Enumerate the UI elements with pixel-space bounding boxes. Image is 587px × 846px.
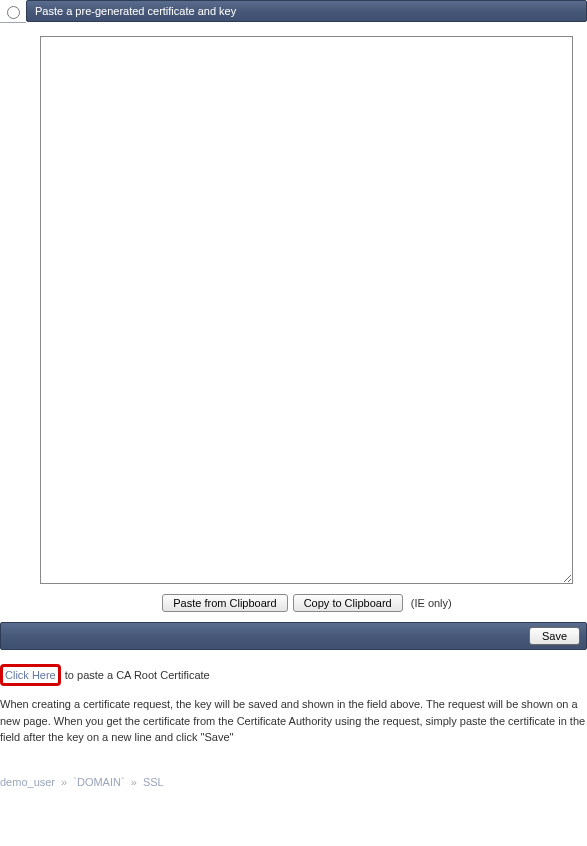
click-here-highlight: Click Here [0, 664, 61, 686]
breadcrumb-sep-2: » [131, 776, 137, 788]
copy-to-clipboard-button[interactable]: Copy to Clipboard [293, 594, 403, 612]
section-title: Paste a pre-generated certificate and ke… [26, 0, 587, 22]
ca-root-line: Click Here to paste a CA Root Certificat… [0, 664, 587, 686]
help-text: When creating a certificate request, the… [0, 696, 587, 746]
save-bar: Save [0, 622, 587, 650]
save-button[interactable]: Save [529, 627, 580, 645]
breadcrumb-domain[interactable]: `DOMAIN` [73, 776, 124, 788]
breadcrumb: demo_user » `DOMAIN` » SSL [0, 776, 587, 788]
ie-only-note: (IE only) [411, 597, 452, 609]
breadcrumb-user[interactable]: demo_user [0, 776, 55, 788]
paste-cert-radio[interactable] [7, 6, 20, 19]
click-here-link[interactable]: Click Here [5, 669, 56, 681]
certificate-textarea[interactable] [40, 36, 573, 584]
breadcrumb-sep-1: » [61, 776, 67, 788]
paste-from-clipboard-button[interactable]: Paste from Clipboard [162, 594, 287, 612]
breadcrumb-page[interactable]: SSL [143, 776, 164, 788]
ca-root-rest: to paste a CA Root Certificate [62, 669, 210, 681]
